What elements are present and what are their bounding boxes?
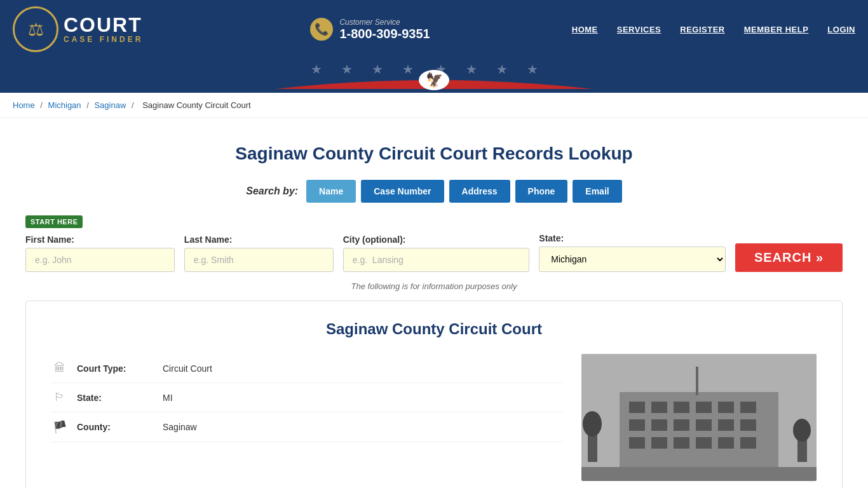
customer-service: 📞 Customer Service 1-800-309-9351: [310, 18, 430, 41]
customer-service-phone: 1-800-309-9351: [339, 27, 430, 41]
svg-rect-5: [651, 402, 667, 413]
svg-rect-11: [651, 419, 667, 431]
svg-rect-16: [629, 437, 645, 449]
nav-login[interactable]: LOGIN: [827, 25, 855, 34]
svg-rect-12: [674, 419, 689, 431]
court-card-body: 🏛 Court Type: Circuit Court 🏳 State: MI …: [51, 354, 817, 481]
svg-rect-15: [740, 419, 756, 431]
court-card: Saginaw County Circuit Court 🏛 Court Typ…: [25, 301, 843, 488]
svg-rect-9: [740, 402, 756, 413]
svg-rect-20: [718, 437, 734, 449]
main-content: Saginaw County Circuit Court Records Loo…: [0, 118, 868, 488]
info-note: The following is for information purpose…: [25, 281, 843, 291]
court-county-label: County:: [77, 422, 153, 432]
breadcrumb: Home / Michigan / Saginaw / Saginaw Coun…: [0, 93, 868, 118]
svg-rect-7: [696, 402, 712, 413]
customer-service-label: Customer Service: [339, 18, 430, 27]
city-group: City (optional):: [343, 234, 530, 272]
page-title: Saginaw County Circuit Court Records Loo…: [25, 144, 843, 164]
logo-emblem: [13, 6, 58, 52]
svg-rect-23: [581, 467, 817, 481]
breadcrumb-sep-1: /: [40, 100, 44, 110]
nav-home[interactable]: HOME: [572, 25, 598, 34]
svg-rect-13: [696, 419, 712, 431]
nav-register[interactable]: REGISTER: [680, 25, 724, 34]
breadcrumb-sep-3: /: [132, 100, 136, 110]
first-name-input[interactable]: [25, 248, 175, 272]
court-detail-state: 🏳 State: MI: [51, 383, 562, 412]
svg-rect-17: [651, 437, 667, 449]
tab-email[interactable]: Email: [573, 180, 621, 203]
court-county-icon: 🏴: [51, 420, 67, 434]
svg-rect-18: [674, 437, 689, 449]
court-state-value: MI: [163, 393, 173, 403]
court-card-title: Saginaw County Circuit Court: [51, 320, 817, 338]
breadcrumb-home[interactable]: Home: [13, 100, 35, 110]
phone-icon: 📞: [310, 18, 333, 41]
last-name-input[interactable]: [184, 248, 334, 272]
first-name-label: First Name:: [25, 234, 175, 245]
search-by-label: Search by:: [246, 186, 298, 197]
eagle-icon: 🦅: [419, 70, 449, 90]
state-select[interactable]: Michigan Alabama Alaska Arizona Californ…: [539, 247, 726, 272]
city-label: City (optional):: [343, 234, 530, 245]
court-image: [581, 354, 817, 481]
state-group: State: Michigan Alabama Alaska Arizona C…: [539, 233, 726, 272]
breadcrumb-state[interactable]: Michigan: [48, 100, 81, 110]
form-area: START HERE First Name: Last Name: City (…: [25, 215, 843, 272]
main-nav: HOME SERVICES REGISTER MEMBER HELP LOGIN: [572, 25, 855, 34]
breadcrumb-sep-2: /: [86, 100, 91, 110]
svg-point-25: [793, 419, 811, 442]
nav-member-help[interactable]: MEMBER HELP: [744, 25, 809, 34]
breadcrumb-current: Saginaw County Circuit Court: [142, 100, 251, 110]
header: COURT CASE FINDER 📞 Customer Service 1-8…: [0, 0, 868, 93]
court-state-label: State:: [77, 393, 153, 403]
svg-rect-6: [674, 402, 689, 413]
tab-phone[interactable]: Phone: [515, 180, 568, 203]
city-input[interactable]: [343, 248, 530, 272]
svg-rect-22: [696, 367, 698, 395]
search-by-row: Search by: Name Case Number Address Phon…: [25, 180, 843, 203]
court-type-label: Court Type:: [77, 363, 153, 374]
tab-case-number[interactable]: Case Number: [361, 180, 444, 203]
court-detail-type: 🏛 Court Type: Circuit Court: [51, 354, 562, 383]
logo-area: COURT CASE FINDER: [13, 6, 143, 52]
court-type-value: Circuit Court: [163, 363, 212, 374]
svg-point-2: [583, 411, 602, 437]
logo-court-label: COURT: [64, 15, 143, 35]
logo-subtitle-label: CASE FINDER: [64, 35, 143, 44]
svg-rect-8: [718, 402, 734, 413]
form-row: First Name: Last Name: City (optional): …: [25, 233, 843, 272]
logo-text: COURT CASE FINDER: [64, 15, 143, 44]
first-name-group: First Name:: [25, 234, 175, 272]
court-image-placeholder: [581, 354, 817, 481]
svg-rect-14: [718, 419, 734, 431]
last-name-label: Last Name:: [184, 234, 334, 245]
customer-service-text: Customer Service 1-800-309-9351: [339, 18, 430, 41]
court-state-icon: 🏳: [51, 391, 67, 404]
court-detail-county: 🏴 County: Saginaw: [51, 412, 562, 442]
search-button[interactable]: SEARCH »: [735, 243, 843, 272]
nav-services[interactable]: SERVICES: [617, 25, 661, 34]
court-building-svg: [581, 354, 817, 481]
court-type-icon: 🏛: [51, 362, 67, 375]
tab-name[interactable]: Name: [306, 180, 356, 203]
last-name-group: Last Name:: [184, 234, 334, 272]
court-county-value: Saginaw: [163, 422, 197, 432]
breadcrumb-county[interactable]: Saginaw: [94, 100, 126, 110]
tab-address[interactable]: Address: [449, 180, 510, 203]
svg-rect-4: [629, 402, 645, 413]
svg-rect-21: [740, 437, 756, 449]
svg-rect-19: [696, 437, 712, 449]
state-label: State:: [539, 233, 726, 243]
court-details: 🏛 Court Type: Circuit Court 🏳 State: MI …: [51, 354, 562, 481]
start-here-badge: START HERE: [25, 215, 83, 228]
svg-rect-10: [629, 419, 645, 431]
